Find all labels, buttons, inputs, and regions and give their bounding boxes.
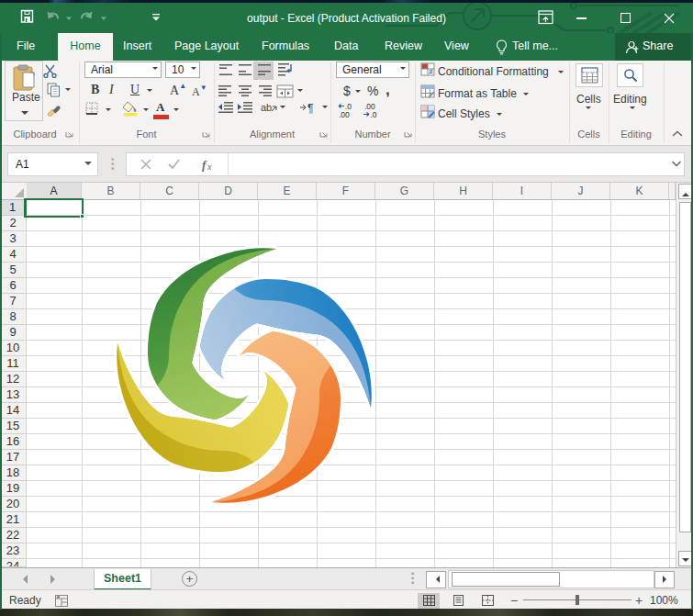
svg-text:ab: ab xyxy=(261,102,272,113)
svg-text:x: x xyxy=(207,162,212,172)
svg-text:.0: .0 xyxy=(371,110,377,118)
svg-text:.00: .00 xyxy=(339,110,350,118)
svg-text:¶: ¶ xyxy=(307,102,313,114)
